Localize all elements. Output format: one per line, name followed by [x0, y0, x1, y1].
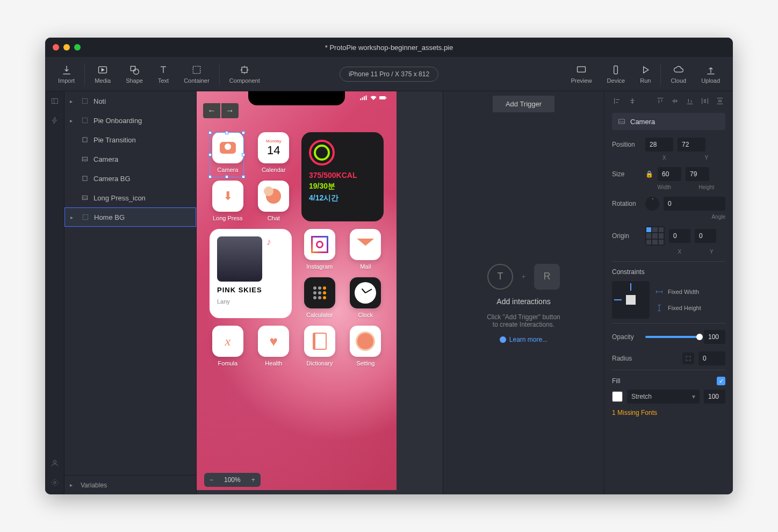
shape-button[interactable]: Shape	[118, 64, 150, 84]
origin-x-input[interactable]	[669, 229, 690, 243]
user-icon[interactable]	[51, 459, 59, 470]
width-input[interactable]	[658, 167, 681, 181]
layer-transition[interactable]: Pie Transition	[64, 130, 196, 149]
missing-fonts-warning[interactable]: 1 Missing Fonts	[612, 409, 725, 416]
layer-camera-bg[interactable]: Camera BG	[64, 169, 196, 188]
origin-grid[interactable]	[645, 226, 665, 246]
rotation-dial[interactable]	[645, 197, 659, 211]
app-label: Instagram	[306, 263, 333, 270]
fixed-height-toggle[interactable]: Fixed Height	[655, 304, 701, 312]
import-button[interactable]: Import	[51, 64, 82, 84]
cloud-button[interactable]: Cloud	[663, 63, 694, 85]
music-widget[interactable]: ♪ PINK SKIES Lany	[210, 229, 292, 318]
rotation-input[interactable]	[664, 197, 725, 211]
learn-more-link[interactable]: Learn more...	[500, 336, 548, 343]
height-input[interactable]	[686, 167, 709, 181]
position-y-input[interactable]	[678, 138, 705, 152]
variables-row[interactable]: ▸Variables	[64, 475, 196, 494]
app-dictionary[interactable]: Dictionary	[301, 326, 338, 366]
phone-preview[interactable]: ← → Camera Monday14Calendar 375/500KCAL …	[197, 91, 397, 490]
device-button[interactable]: Device	[600, 63, 633, 85]
fill-mode-select[interactable]: Stretch▾	[627, 390, 700, 404]
svg-rect-17	[360, 98, 361, 100]
app-label: Clock	[358, 312, 373, 318]
fixed-width-toggle[interactable]: Fixed Width	[655, 287, 701, 296]
layer-label: Pie Onboarding	[93, 117, 142, 125]
app-label: Calculator	[306, 312, 333, 318]
text-button[interactable]: Text	[150, 64, 176, 84]
fill-checkbox[interactable]: ✓	[717, 377, 725, 385]
titlebar[interactable]: * ProtoPie workshop-beginner_assets.pie	[45, 38, 733, 57]
opacity-slider[interactable]	[645, 336, 700, 338]
close-icon[interactable]	[53, 44, 59, 51]
minimize-icon[interactable]	[63, 44, 70, 51]
bolt-icon[interactable]	[51, 116, 59, 127]
svg-rect-15	[82, 196, 87, 200]
opacity-input[interactable]	[704, 330, 725, 344]
zoom-out-button[interactable]: −	[204, 473, 219, 487]
align-bottom-icon[interactable]	[685, 96, 695, 106]
layer-home-bg[interactable]: ▸Home BG	[64, 207, 196, 227]
upload-button[interactable]: Upload	[694, 63, 727, 85]
fixed-width-label: Fixed Width	[668, 289, 699, 295]
align-middle-icon[interactable]	[669, 96, 680, 106]
text-label: Text	[158, 77, 169, 84]
layer-camera[interactable]: Camera	[64, 149, 196, 169]
container-label: Container	[184, 77, 210, 84]
gear-icon[interactable]	[51, 478, 59, 489]
origin-y-input[interactable]	[695, 229, 716, 243]
align-left-icon[interactable]	[612, 96, 623, 106]
app-calendar[interactable]: Monday14Calendar	[256, 132, 292, 173]
run-button[interactable]: Run	[632, 63, 658, 85]
align-top-icon[interactable]	[655, 96, 666, 106]
add-trigger-button[interactable]: Add Trigger	[493, 96, 554, 112]
canvas[interactable]: ← → Camera Monday14Calendar 375/500KCAL …	[197, 91, 443, 494]
radius-mode-icon[interactable]	[682, 353, 694, 364]
fill-opacity-input[interactable]	[704, 390, 725, 404]
interactions-help1: Click "Add Trigger" button	[487, 313, 560, 321]
preview-button[interactable]: Preview	[563, 63, 599, 85]
layer-longpress-icon[interactable]: Long Press_icon	[64, 188, 196, 207]
radius-input[interactable]	[698, 351, 725, 365]
app-label: Fomula	[218, 360, 237, 366]
app-formula[interactable]: xFomula	[210, 326, 246, 366]
app-chat[interactable]: Chat	[256, 181, 292, 221]
app-setting[interactable]: Setting	[348, 326, 384, 366]
container-button[interactable]: Container	[176, 64, 217, 84]
constraints-box[interactable]	[612, 281, 650, 319]
maximize-icon[interactable]	[74, 44, 81, 51]
panel-toggle-icon[interactable]	[51, 97, 59, 107]
component-button[interactable]: Component	[222, 64, 268, 84]
align-center-h-icon[interactable]	[627, 96, 638, 106]
cloud-label: Cloud	[671, 77, 686, 84]
nav-arrows: ← →	[203, 103, 239, 118]
app-label: Chat	[268, 215, 280, 221]
zoom-in-button[interactable]: +	[246, 473, 261, 487]
app-clock[interactable]: Clock	[348, 277, 384, 318]
app-longpress[interactable]: ⬇Long Press	[210, 181, 246, 221]
app-instagram[interactable]: Instagram	[301, 229, 338, 270]
layer-noti[interactable]: ▸Noti	[64, 91, 196, 111]
app-mail[interactable]: Mail	[348, 229, 384, 270]
lock-icon[interactable]: 🔒	[645, 170, 653, 178]
activity-widget[interactable]: 375/500KCAL 19/30분 4/12시간	[301, 132, 384, 221]
layer-onboarding[interactable]: ▸Pie Onboarding	[64, 111, 196, 130]
toolbar: Import Media Shape Text Container Compon…	[45, 57, 733, 91]
position-x-input[interactable]	[645, 138, 673, 152]
distribute-h-icon[interactable]	[700, 96, 710, 106]
widget-hours: 4/12시간	[309, 193, 376, 203]
distribute-v-icon[interactable]	[715, 96, 725, 106]
traffic-lights	[45, 44, 81, 51]
preview-label: Preview	[571, 77, 592, 84]
layers-panel: ▸Noti ▸Pie Onboarding Pie Transition Cam…	[64, 91, 197, 494]
media-button[interactable]: Media	[87, 64, 118, 84]
forward-button[interactable]: →	[221, 103, 239, 118]
opacity-label: Opacity	[612, 333, 641, 341]
fill-swatch[interactable]	[612, 391, 623, 402]
back-button[interactable]: ←	[203, 103, 220, 118]
svg-rect-19	[364, 96, 365, 100]
app-health[interactable]: ♥Health	[256, 326, 292, 366]
app-calculator[interactable]: Calculator	[301, 277, 338, 318]
left-rail	[45, 91, 64, 494]
device-selector[interactable]: iPhone 11 Pro / X 375 x 812	[340, 67, 438, 82]
